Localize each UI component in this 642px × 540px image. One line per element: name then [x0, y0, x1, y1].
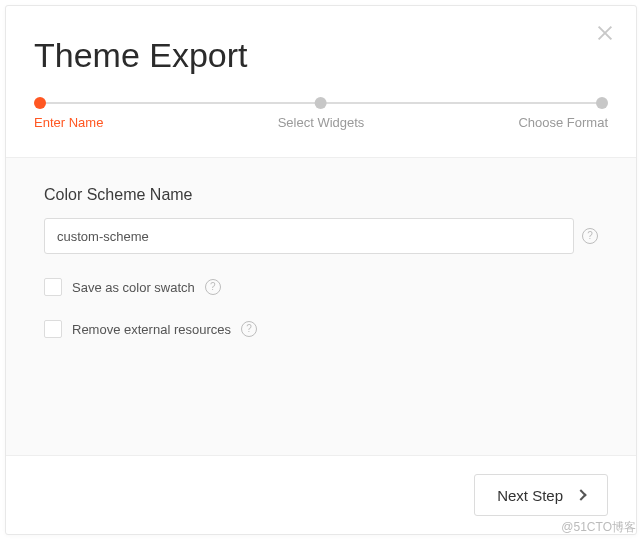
field-label-scheme-name: Color Scheme Name	[44, 186, 598, 204]
step-enter-name[interactable]: Enter Name	[34, 97, 103, 130]
stepper: Enter Name Select Widgets Choose Format	[6, 97, 636, 137]
save-swatch-label: Save as color swatch	[72, 280, 195, 295]
help-icon[interactable]: ?	[241, 321, 257, 337]
close-icon[interactable]	[596, 24, 614, 42]
save-swatch-row: Save as color swatch ?	[44, 278, 598, 296]
step-dot-icon	[315, 97, 327, 109]
remove-resources-checkbox[interactable]	[44, 320, 62, 338]
next-step-label: Next Step	[497, 487, 563, 504]
step-label: Enter Name	[34, 115, 103, 130]
help-icon[interactable]: ?	[205, 279, 221, 295]
theme-export-modal: Theme Export Enter Name Select Widgets C…	[5, 5, 637, 535]
step-dot-icon	[596, 97, 608, 109]
step-choose-format[interactable]: Choose Format	[518, 97, 608, 130]
help-icon[interactable]: ?	[582, 228, 598, 244]
modal-footer: Next Step	[6, 456, 636, 534]
chevron-right-icon	[575, 489, 586, 500]
step-select-widgets[interactable]: Select Widgets	[278, 97, 365, 130]
modal-title: Theme Export	[6, 6, 636, 97]
step-label: Choose Format	[518, 115, 608, 130]
watermark: @51CTO博客	[561, 519, 636, 536]
next-step-button[interactable]: Next Step	[474, 474, 608, 516]
step-dot-icon	[34, 97, 46, 109]
remove-resources-label: Remove external resources	[72, 322, 231, 337]
remove-resources-row: Remove external resources ?	[44, 320, 598, 338]
save-swatch-checkbox[interactable]	[44, 278, 62, 296]
form-panel: Color Scheme Name ? Save as color swatch…	[6, 157, 636, 456]
scheme-name-row: ?	[44, 218, 598, 254]
scheme-name-input[interactable]	[44, 218, 574, 254]
step-label: Select Widgets	[278, 115, 365, 130]
